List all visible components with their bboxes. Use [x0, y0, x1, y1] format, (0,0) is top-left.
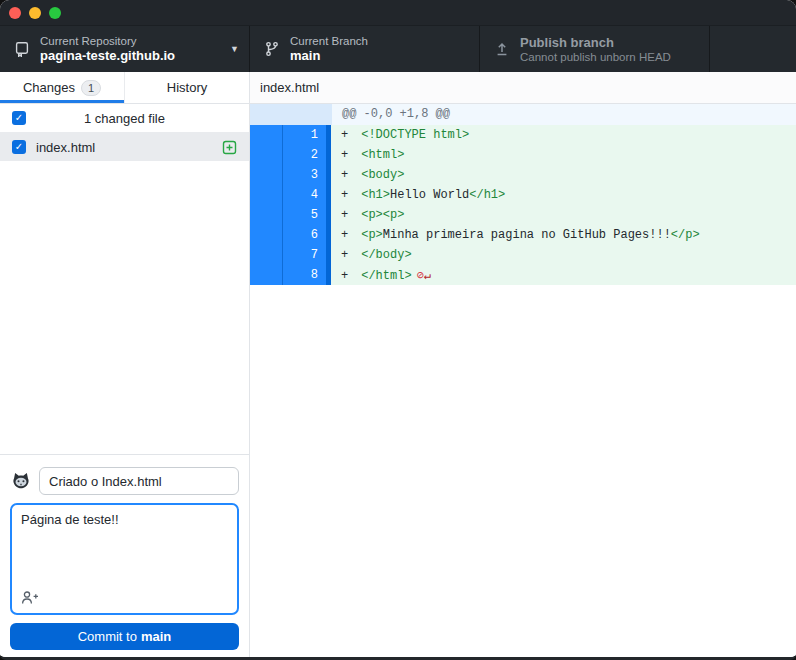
diff-file-name: index.html [260, 80, 319, 95]
chevron-down-icon: ▼ [230, 44, 239, 54]
octocat-avatar [10, 470, 32, 492]
changes-count-badge: 1 [81, 80, 101, 96]
diff-line-row: 6+<p>Minha primeira pagina no GitHub Pag… [250, 225, 796, 245]
publish-branch-subtitle: Cannot publish unborn HEAD [520, 50, 699, 64]
diff-line-number[interactable]: 8 [283, 265, 326, 285]
code-segment: <!DOCTYPE html> [361, 128, 469, 142]
code-segment: Hello World [390, 188, 469, 202]
changed-files-count: 1 changed file [0, 111, 249, 126]
titlebar [0, 0, 796, 26]
publish-branch-label: Publish branch [520, 35, 699, 50]
diff-line-content: +<p>Minha primeira pagina no GitHub Page… [331, 225, 796, 245]
diff-gutter-old[interactable] [250, 225, 283, 245]
commit-description-text: Página de teste!! [21, 512, 228, 527]
tab-changes[interactable]: Changes 1 [0, 72, 124, 103]
diff-line-number[interactable]: 5 [283, 205, 326, 225]
diff-line-number[interactable]: 4 [283, 185, 326, 205]
publish-branch-button[interactable]: Publish branch Cannot publish unborn HEA… [480, 26, 710, 72]
no-newline-icon: ⊘ [417, 268, 424, 282]
code-segment: </html> [361, 269, 411, 283]
added-line-marker: + [341, 228, 348, 242]
diff-line-content: +</html>⊘↵ [331, 265, 796, 285]
file-row-index-html[interactable]: index.html [0, 133, 249, 161]
repo-name: pagina-teste.github.io [40, 48, 224, 64]
diff-panel: index.html @@ -0,0 +1,8 @@ 1+<!DOCTYPE h… [250, 72, 796, 657]
file-added-status-icon [222, 140, 237, 155]
file-list-empty-area [0, 161, 249, 454]
git-branch-icon [264, 41, 280, 57]
toolbar-empty-area [710, 26, 796, 72]
diff-line-content: +<body> [331, 165, 796, 185]
branch-name: main [290, 48, 469, 64]
diff-line-number[interactable]: 3 [283, 165, 326, 185]
diff-gutter-old[interactable] [250, 165, 283, 185]
diff-line-number[interactable]: 1 [283, 125, 326, 145]
current-repository-dropdown[interactable]: Current Repository pagina-teste.github.i… [0, 26, 250, 72]
code-segment: Minha primeira pagina no GitHub Pages!!! [383, 228, 671, 242]
code-segment: <html> [361, 148, 404, 162]
diff-line-number[interactable]: 7 [283, 245, 326, 265]
tab-history[interactable]: History [124, 72, 249, 103]
upload-icon [494, 41, 510, 57]
diff-line-row: 1+<!DOCTYPE html> [250, 125, 796, 145]
code-segment: </body> [361, 248, 411, 262]
diff-line-content: +<h1>Hello World</h1> [331, 185, 796, 205]
diff-gutter-old[interactable] [250, 245, 283, 265]
commit-button-branch: main [141, 629, 171, 644]
tab-history-label: History [167, 80, 207, 95]
add-coauthor-icon[interactable] [21, 590, 39, 606]
branch-label: Current Branch [290, 34, 469, 48]
diff-gutter-old[interactable] [250, 145, 283, 165]
diff-line-row: 2+<html> [250, 145, 796, 165]
hunk-header-text: @@ -0,0 +1,8 @@ [332, 104, 796, 125]
added-line-marker: + [341, 128, 348, 142]
carriage-return-icon: ↵ [424, 268, 431, 282]
toolbar: Current Repository pagina-teste.github.i… [0, 26, 796, 72]
commit-button-label: Commit to [78, 629, 137, 644]
added-line-marker: + [341, 188, 348, 202]
zoom-window-button[interactable] [49, 7, 61, 19]
added-line-marker: + [341, 168, 348, 182]
diff-gutter-old[interactable] [250, 185, 283, 205]
diff-file-header: index.html [250, 72, 796, 104]
code-segment: <p><p> [361, 208, 404, 222]
sidebar-tabs: Changes 1 History [0, 72, 249, 104]
commit-button[interactable]: Commit to main [10, 623, 239, 650]
diff-line-row: 5+<p><p> [250, 205, 796, 225]
added-line-marker: + [341, 269, 348, 283]
diff-gutter-old[interactable] [250, 205, 283, 225]
commit-description-field[interactable]: Página de teste!! [10, 503, 239, 615]
diff-line-content: +<p><p> [331, 205, 796, 225]
close-window-button[interactable] [9, 7, 21, 19]
repo-label: Current Repository [40, 34, 224, 48]
diff-line-number[interactable]: 6 [283, 225, 326, 245]
diff-line-number[interactable]: 2 [283, 145, 326, 165]
diff-line-row: 3+<body> [250, 165, 796, 185]
app-window: Current Repository pagina-teste.github.i… [0, 0, 796, 660]
code-segment: </h1> [469, 188, 505, 202]
minimize-window-button[interactable] [29, 7, 41, 19]
file-checkbox[interactable] [12, 140, 26, 154]
diff-line-row: 4+<h1>Hello World</h1> [250, 185, 796, 205]
code-segment: </p> [671, 228, 700, 242]
diff-line-content: +<!DOCTYPE html> [331, 125, 796, 145]
diff-line-content: +<html> [331, 145, 796, 165]
commit-form: Página de teste!! Commit to main [0, 454, 249, 657]
diff-line-row: 7+</body> [250, 245, 796, 265]
hunk-gutter [250, 104, 332, 125]
diff-gutter-old[interactable] [250, 265, 283, 285]
code-segment: <h1> [361, 188, 390, 202]
changed-files-summary-row: 1 changed file [0, 104, 249, 133]
added-line-marker: + [341, 148, 348, 162]
added-line-marker: + [341, 208, 348, 222]
code-segment: <body> [361, 168, 404, 182]
file-name: index.html [36, 140, 95, 155]
repo-icon [14, 41, 30, 57]
diff-gutter-old[interactable] [250, 125, 283, 145]
added-line-marker: + [341, 248, 348, 262]
commit-summary-input[interactable] [39, 467, 239, 495]
diff-line-row: 8+</html>⊘↵ [250, 265, 796, 285]
hunk-header-row: @@ -0,0 +1,8 @@ [250, 104, 796, 125]
current-branch-dropdown[interactable]: Current Branch main [250, 26, 480, 72]
diff-view: @@ -0,0 +1,8 @@ 1+<!DOCTYPE html>2+<html… [250, 104, 796, 657]
